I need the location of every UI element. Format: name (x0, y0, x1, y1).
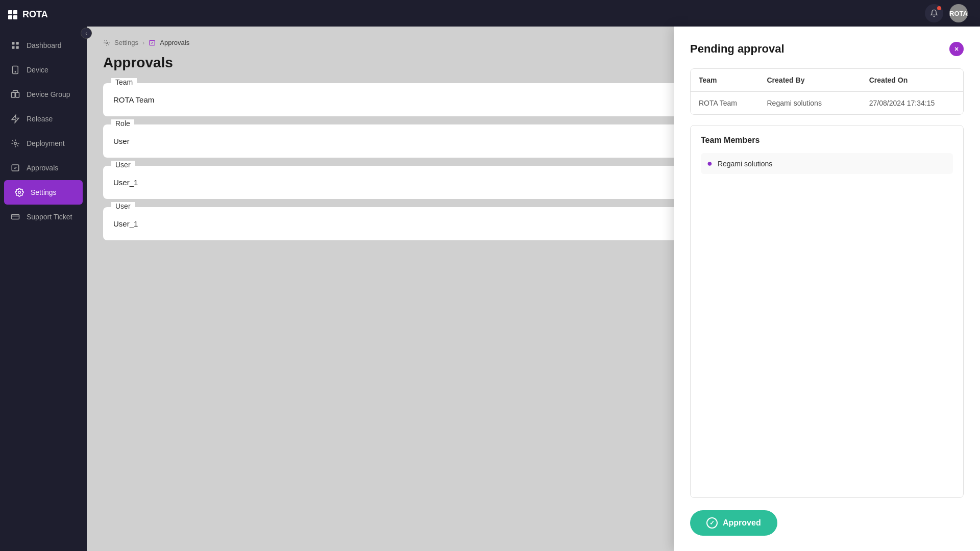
svg-rect-8 (13, 91, 18, 93)
release-icon (10, 114, 20, 124)
close-panel-button[interactable]: × (949, 42, 964, 56)
sidebar-label-settings: Settings (31, 188, 57, 196)
sidebar-label-support-ticket: Support Ticket (27, 213, 72, 221)
info-table: Team Created By Created On ROTA Team Reg… (690, 68, 964, 115)
svg-marker-9 (12, 115, 19, 123)
content-area: Settings › Approvals Approvals Team ROTA… (87, 27, 980, 551)
info-table-row: ROTA Team Regami solutions 27/08/2024 17… (691, 92, 963, 114)
breadcrumb-parent[interactable]: Settings (114, 39, 138, 46)
settings-icon (14, 187, 24, 197)
app-logo: ROTA (0, 0, 87, 29)
svg-point-5 (15, 71, 16, 72)
app-title: ROTA (22, 9, 48, 20)
svg-rect-0 (12, 42, 14, 44)
svg-point-14 (106, 42, 108, 44)
check-circle-icon: ✓ (706, 517, 718, 529)
sidebar-label-release: Release (27, 115, 53, 123)
svg-rect-13 (12, 215, 19, 219)
svg-rect-3 (16, 46, 19, 49)
sidebar-item-device-group[interactable]: Device Group (0, 82, 87, 107)
sidebar-label-deployment: Deployment (27, 139, 65, 147)
deployment-icon (10, 138, 20, 148)
team-members-card: Team Members ● Regami solutions (690, 125, 964, 498)
approvals-icon (10, 163, 20, 173)
sidebar-label-device-group: Device Group (27, 90, 70, 98)
section-label-role: Role (111, 119, 134, 128)
panel-header: Pending approval × (690, 42, 964, 56)
member-icon: ● (707, 158, 713, 169)
sidebar-label-approvals: Approvals (27, 164, 58, 172)
svg-rect-6 (12, 92, 15, 97)
section-value-role: User (113, 137, 130, 145)
breadcrumb-separator: › (142, 39, 144, 46)
notifications-button[interactable] (925, 4, 943, 22)
section-label-user-1: User (111, 161, 135, 169)
section-value-user-2: User_1 (113, 219, 138, 228)
collapse-sidebar-button[interactable]: ‹ (81, 28, 92, 39)
panel-title: Pending approval (690, 42, 785, 56)
sidebar-item-dashboard[interactable]: Dashboard (0, 33, 87, 58)
svg-point-12 (18, 191, 21, 194)
sidebar-label-device: Device (27, 66, 48, 74)
approved-button[interactable]: ✓ Approved (690, 510, 777, 536)
grid-icon (8, 10, 17, 19)
device-group-icon (10, 89, 20, 99)
avatar[interactable]: ROTA (949, 4, 968, 22)
device-icon (10, 65, 20, 75)
sidebar-item-release[interactable]: Release (0, 107, 87, 131)
member-item: ● Regami solutions (701, 153, 953, 174)
svg-rect-7 (16, 92, 19, 97)
sidebar-item-support-ticket[interactable]: Support Ticket (0, 205, 87, 229)
cell-created-on: 27/08/2024 17:34:15 (861, 92, 963, 114)
sidebar-item-deployment[interactable]: Deployment (0, 131, 87, 156)
sidebar-item-device[interactable]: Device (0, 58, 87, 82)
approved-label: Approved (723, 518, 761, 528)
pending-approval-panel: Pending approval × Team Created By Creat… (674, 27, 980, 551)
breadcrumb-current: Approvals (160, 39, 189, 46)
svg-point-10 (14, 142, 17, 145)
sidebar: ROTA Dashboard Device Device Group Rele (0, 0, 87, 551)
main-area: ROTA Settings › Approvals Approvals Team… (87, 0, 980, 551)
section-value-team: ROTA Team (113, 95, 154, 104)
sidebar-label-dashboard: Dashboard (27, 41, 62, 49)
section-label-user-2: User (111, 202, 135, 210)
section-value-user-1: User_1 (113, 178, 138, 187)
dashboard-icon (10, 40, 20, 51)
member-name: Regami solutions (718, 160, 772, 168)
notification-badge (937, 6, 941, 10)
svg-rect-1 (16, 42, 19, 44)
sidebar-item-approvals[interactable]: Approvals (0, 156, 87, 180)
top-bar: ROTA (87, 0, 980, 27)
section-label-team: Team (111, 78, 137, 86)
col-header-team: Team (691, 69, 759, 91)
col-header-created-on: Created On (861, 69, 963, 91)
cell-created-by: Regami solutions (759, 92, 861, 114)
svg-rect-2 (12, 46, 14, 49)
sidebar-item-settings[interactable]: Settings (4, 180, 83, 205)
support-ticket-icon (10, 212, 20, 222)
info-table-header: Team Created By Created On (691, 69, 963, 92)
col-header-created-by: Created By (759, 69, 861, 91)
main-nav: Dashboard Device Device Group Release De (0, 29, 87, 551)
cell-team: ROTA Team (691, 92, 759, 114)
team-members-title: Team Members (701, 136, 953, 145)
